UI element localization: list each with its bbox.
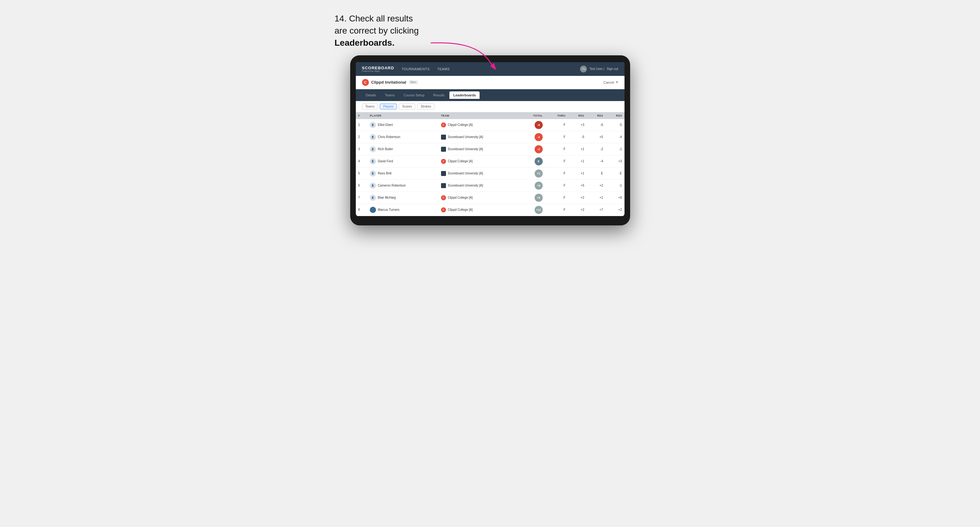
row-player: 👤 Cameron Robertson (367, 179, 439, 192)
row-total: +9 (520, 192, 545, 204)
row-rd2: -6 (587, 119, 605, 131)
nav-left: SCOREBOARD Powered by clippd TOURNAMENTS… (362, 66, 450, 72)
team-logo-icon: C (441, 122, 446, 127)
close-icon: ✕ (616, 80, 618, 84)
row-team: Scoreboard University [A] (439, 167, 520, 179)
sign-out-link[interactable]: Sign out (607, 67, 618, 71)
user-avatar: TU (580, 66, 587, 73)
row-position: 8 (356, 204, 367, 216)
row-rd2: +1 (587, 192, 605, 204)
table-row: 6 👤 Cameron Robertson Scoreboard Univers… (356, 179, 625, 192)
score-badge: +11 (535, 206, 543, 214)
player-avatar: 👤 (370, 134, 376, 140)
table-row: 1 👤 Elliot Ebert C Clippd College [A] -8… (356, 119, 625, 131)
row-player: 👤 Marcus Turners (367, 204, 439, 216)
row-rd1: +2 (568, 192, 587, 204)
row-position: 3 (356, 143, 367, 155)
nav-tournaments[interactable]: TOURNAMENTS (401, 66, 430, 72)
row-position: 7 (356, 192, 367, 204)
row-rd1: +1 (568, 167, 587, 179)
row-rd1: +1 (568, 143, 587, 155)
tab-details[interactable]: Details (362, 91, 380, 99)
nav-bar: SCOREBOARD Powered by clippd TOURNAMENTS… (356, 62, 625, 76)
team-logo-icon (441, 147, 446, 152)
row-player: 👤 David Ford (367, 155, 439, 167)
row-team: C Clippd College [A] (439, 119, 520, 131)
table-row: 2 👤 Chris Robertson Scoreboard Universit… (356, 131, 625, 143)
player-avatar: 👤 (370, 207, 376, 213)
user-name: Test User | (589, 67, 604, 71)
row-total: +11 (520, 204, 545, 216)
nav-teams[interactable]: TEAMS (437, 66, 450, 72)
row-thru: F (545, 155, 568, 167)
table-row: 3 👤 Rich Butler Scoreboard University [A… (356, 143, 625, 155)
row-team: Scoreboard University [A] (439, 131, 520, 143)
row-rd3: -1 (606, 143, 625, 155)
row-position: 1 (356, 119, 367, 131)
row-rd1: +5 (568, 179, 587, 192)
col-team: TEAM (439, 112, 520, 119)
filter-players[interactable]: Players (380, 103, 397, 110)
filter-strokes[interactable]: Strokes (417, 103, 434, 110)
leaderboard-table: # PLAYER TEAM TOTAL THRU RD1 RD2 RD3 1 (356, 112, 625, 216)
row-rd2: E (587, 167, 605, 179)
row-thru: F (545, 179, 568, 192)
row-position: 4 (356, 155, 367, 167)
row-thru: F (545, 192, 568, 204)
col-total: TOTAL (520, 112, 545, 119)
row-rd1: -5 (568, 131, 587, 143)
team-logo-icon: C (441, 207, 446, 212)
tab-results[interactable]: Results (430, 91, 449, 99)
row-rd2: +7 (587, 204, 605, 216)
tournament-info: C Clippd Invitational Men (362, 79, 418, 86)
col-thru: THRU (545, 112, 568, 119)
tab-bar: Details Teams Course Setup Results Leade… (356, 89, 625, 101)
filter-teams[interactable]: Teams (362, 103, 378, 110)
col-rd1: RD1 (568, 112, 587, 119)
row-player: 👤 Rees Britt (367, 167, 439, 179)
tab-course-setup[interactable]: Course Setup (400, 91, 428, 99)
cancel-button[interactable]: Cancel ✕ (603, 80, 618, 84)
player-avatar: 👤 (370, 158, 376, 165)
row-team: Scoreboard University [A] (439, 143, 520, 155)
row-thru: F (545, 143, 568, 155)
tournament-logo: C (362, 79, 369, 86)
tournament-name: Clippd Invitational (371, 80, 406, 84)
row-position: 5 (356, 167, 367, 179)
row-rd1: +1 (568, 155, 587, 167)
logo-text: SCOREBOARD (362, 66, 395, 70)
filter-scores[interactable]: Scores (399, 103, 415, 110)
row-total: -4 (520, 131, 545, 143)
filter-bar: Teams Players Scores Strokes (356, 101, 625, 112)
row-player: 👤 Chris Robertson (367, 131, 439, 143)
player-avatar: 👤 (370, 122, 376, 128)
row-rd3: +2 (606, 204, 625, 216)
team-logo-icon (441, 135, 446, 140)
tournament-badge: Men (409, 80, 418, 84)
tab-teams[interactable]: Teams (381, 91, 398, 99)
row-total: +1 (520, 167, 545, 179)
row-player: 👤 Elliot Ebert (367, 119, 439, 131)
row-position: 6 (356, 179, 367, 192)
score-badge: -4 (535, 133, 543, 141)
col-rd2: RD2 (587, 112, 605, 119)
table-row: 5 👤 Rees Britt Scoreboard University [A]… (356, 167, 625, 179)
instruction-text: 14. Check all results are correct by cli… (335, 13, 453, 49)
tab-leaderboards[interactable]: Leaderboards (449, 91, 480, 99)
row-total: -2 (520, 143, 545, 155)
team-logo-icon: C (441, 159, 446, 164)
row-team: C Clippd College [A] (439, 192, 520, 204)
row-rd3: +6 (606, 192, 625, 204)
instruction-bold: Leaderboards. (335, 38, 395, 48)
powered-by: Powered by clippd (362, 70, 395, 72)
row-position: 2 (356, 131, 367, 143)
row-rd3: E (606, 167, 625, 179)
row-player: 👤 Rich Butler (367, 143, 439, 155)
team-logo-icon: C (441, 195, 446, 200)
col-pos: # (356, 112, 367, 119)
row-rd3: -4 (606, 131, 625, 143)
row-thru: F (545, 119, 568, 131)
player-avatar: 👤 (370, 195, 376, 201)
player-avatar: 👤 (370, 183, 376, 189)
tournament-header: C Clippd Invitational Men Cancel ✕ (356, 76, 625, 89)
